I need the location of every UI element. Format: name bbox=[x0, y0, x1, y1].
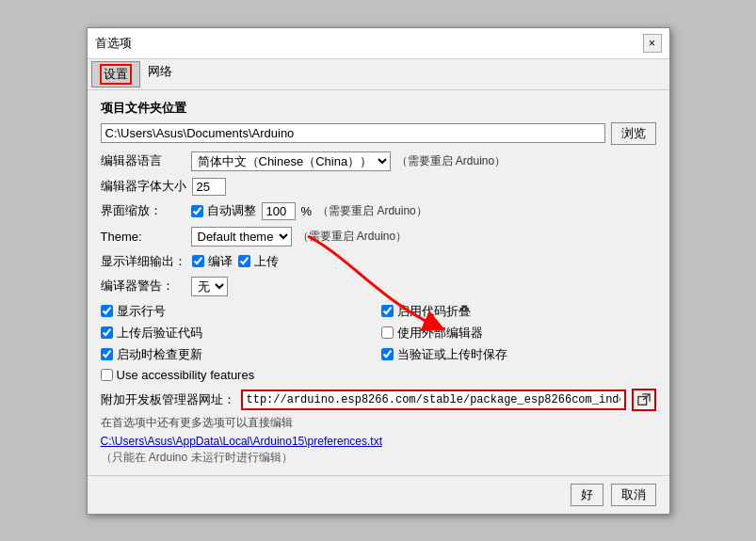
browse-button[interactable]: 浏览 bbox=[611, 122, 656, 145]
project-folder-label: 项目文件夹位置 bbox=[101, 100, 656, 117]
settings-label-text: 设置 bbox=[104, 67, 128, 81]
compile-checkbox[interactable] bbox=[192, 255, 204, 267]
project-folder-input[interactable] bbox=[101, 123, 605, 143]
auto-adjust-label: 自动调整 bbox=[191, 202, 256, 219]
editor-language-note: （需要重启 Arduino） bbox=[396, 153, 507, 169]
prefs-file-path[interactable]: C:\Users\Asus\AppData\Local\Arduino15\pr… bbox=[101, 435, 656, 448]
editor-language-select[interactable]: 简体中文（Chinese（China）） bbox=[191, 151, 391, 171]
accessibility-label: Use accessibility features bbox=[101, 368, 376, 382]
project-folder-row: 浏览 bbox=[101, 122, 656, 145]
board-manager-url-input[interactable] bbox=[241, 390, 626, 410]
theme-label: Theme: bbox=[101, 230, 185, 244]
zoom-percent-input[interactable] bbox=[262, 202, 296, 220]
settings-label-box: 设置 bbox=[100, 64, 132, 85]
compiler-warnings-select[interactable]: 无 bbox=[191, 277, 228, 296]
menu-settings[interactable]: 设置 bbox=[91, 61, 140, 88]
interface-zoom-row: 界面缩放： 自动调整 % （需要重启 Arduino） bbox=[101, 202, 656, 220]
title-bar: 首选项 × bbox=[88, 28, 669, 59]
dialog-footer: 好 取消 bbox=[88, 475, 669, 514]
save-on-verify-label: 当验证或上传时保存 bbox=[381, 346, 656, 363]
board-manager-url-button[interactable] bbox=[632, 389, 656, 411]
editor-language-row: 编辑器语言 简体中文（Chinese（China）） （需要重启 Arduino… bbox=[101, 151, 656, 171]
editor-font-size-label: 编辑器字体大小 bbox=[101, 178, 186, 195]
theme-select[interactable]: Default theme bbox=[191, 227, 292, 247]
zoom-note: （需要重启 Arduino） bbox=[317, 203, 427, 219]
board-manager-label: 附加开发板管理器网址： bbox=[101, 391, 235, 408]
open-url-icon bbox=[637, 392, 651, 407]
menu-network[interactable]: 网络 bbox=[140, 61, 180, 88]
save-on-verify-checkbox[interactable] bbox=[381, 348, 394, 360]
upload-checkbox-label: 上传 bbox=[238, 253, 279, 270]
interface-zoom-label: 界面缩放： bbox=[101, 202, 185, 219]
cancel-button[interactable]: 取消 bbox=[611, 484, 656, 506]
upload-checkbox[interactable] bbox=[238, 255, 250, 267]
dialog-content: 项目文件夹位置 浏览 编辑器语言 简体中文（Chinese（China）） （需… bbox=[88, 90, 669, 475]
preferences-dialog: 首选项 × 设置 网络 项目文件夹位置 浏览 编辑器语言 简体中文（Chines… bbox=[87, 27, 670, 515]
compiler-warnings-label: 编译器警告： bbox=[101, 278, 185, 294]
verbose-output-label: 显示详细输出： bbox=[101, 253, 186, 270]
check-updates-checkbox[interactable] bbox=[101, 348, 113, 360]
editor-language-label: 编辑器语言 bbox=[101, 152, 185, 169]
more-prefs-note: 在首选项中还有更多选项可以直接编辑 bbox=[101, 415, 656, 431]
editor-font-size-row: 编辑器字体大小 bbox=[101, 178, 656, 196]
close-button[interactable]: × bbox=[643, 34, 662, 53]
edit-note: （只能在 Arduino 未运行时进行编辑） bbox=[101, 450, 656, 466]
dialog-title: 首选项 bbox=[95, 35, 132, 52]
menu-bar: 设置 网络 bbox=[88, 59, 669, 90]
ok-button[interactable]: 好 bbox=[571, 484, 603, 506]
auto-adjust-checkbox[interactable] bbox=[191, 205, 203, 217]
check-updates-label: 启动时检查更新 bbox=[101, 346, 376, 363]
auto-adjust-text: 自动调整 bbox=[207, 202, 256, 219]
accessibility-checkbox[interactable] bbox=[101, 369, 113, 381]
editor-font-size-input[interactable] bbox=[192, 178, 226, 196]
verify-after-upload-checkbox[interactable] bbox=[101, 326, 113, 339]
percent-symbol: % bbox=[301, 204, 313, 218]
show-line-numbers-checkbox[interactable] bbox=[101, 305, 113, 317]
upload-text: 上传 bbox=[254, 253, 279, 270]
board-manager-url-row: 附加开发板管理器网址： bbox=[101, 389, 656, 411]
compile-checkbox-label: 编译 bbox=[192, 253, 233, 270]
compile-text: 编译 bbox=[208, 253, 233, 270]
